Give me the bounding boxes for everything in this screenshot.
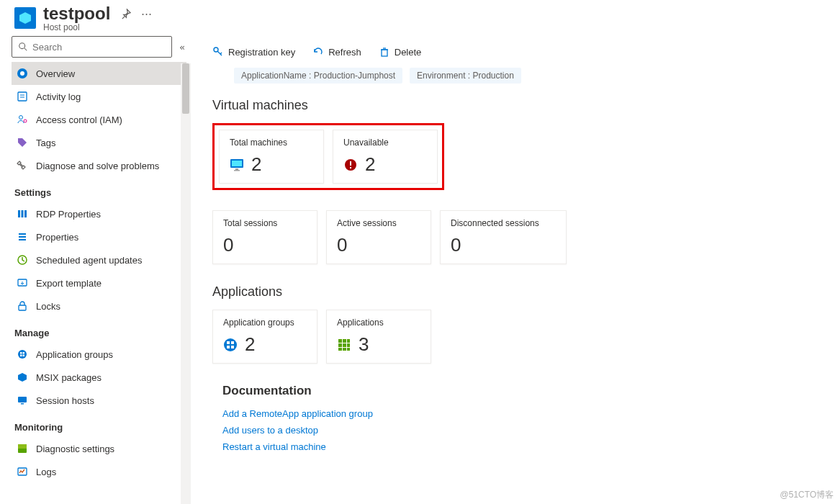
- search-input[interactable]: [32, 42, 166, 53]
- svg-rect-45: [343, 339, 346, 343]
- monitor-icon: [230, 158, 244, 172]
- card-label: Total sessions: [223, 218, 307, 228]
- card-applications[interactable]: Applications 3: [326, 310, 431, 364]
- lock-icon: [16, 300, 29, 312]
- svg-rect-37: [350, 161, 351, 166]
- svg-rect-52: [347, 348, 350, 351]
- sidebar-item-label: Locks: [36, 301, 60, 312]
- sidebar-item-label: RDP Properties: [36, 209, 101, 220]
- search-box[interactable]: [12, 36, 172, 58]
- sidebar-menu: Overview Activity log Access control (IA…: [12, 62, 188, 501]
- toolbar-label: Registration key: [228, 47, 295, 58]
- section-title-apps: Applications: [212, 284, 838, 300]
- svg-rect-34: [235, 168, 238, 170]
- sidebar-item-diagnostic-settings[interactable]: Diagnostic settings: [12, 437, 186, 460]
- sidebar-item-label: Scheduled agent updates: [36, 255, 142, 266]
- sidebar-item-properties[interactable]: Properties: [12, 225, 186, 248]
- svg-rect-33: [232, 161, 242, 166]
- collapse-icon[interactable]: «: [176, 42, 188, 53]
- svg-rect-24: [21, 403, 24, 405]
- sidebar-item-overview[interactable]: Overview: [12, 62, 186, 85]
- key-icon: [212, 46, 224, 58]
- sidebar-item-label: Export template: [36, 278, 102, 289]
- content-pane: Registration key Refresh Delete Applicat…: [191, 36, 838, 504]
- svg-rect-29: [382, 50, 387, 56]
- sidebar-item-scheduled-updates[interactable]: Scheduled agent updates: [12, 248, 186, 271]
- svg-point-7: [19, 116, 23, 120]
- card-label: Application groups: [223, 318, 307, 328]
- svg-rect-10: [22, 210, 24, 217]
- sidebar-item-logs[interactable]: Logs: [12, 460, 186, 483]
- doc-link[interactable]: Add users to a desktop: [222, 425, 838, 436]
- error-icon: [343, 158, 358, 172]
- registration-key-button[interactable]: Registration key: [212, 46, 295, 58]
- sidebar-item-label: Diagnostic settings: [36, 444, 114, 454]
- svg-rect-26: [18, 444, 27, 449]
- svg-rect-42: [227, 346, 230, 348]
- access-control-icon: [16, 114, 29, 125]
- grid-green-icon: [337, 338, 351, 352]
- card-total-sessions[interactable]: Total sessions 0: [212, 210, 317, 264]
- sidebar-item-label: Access control (IAM): [36, 114, 122, 125]
- scrollbar-thumb[interactable]: [182, 63, 189, 114]
- grid-blue-icon: [223, 338, 238, 352]
- rdp-icon: [16, 208, 29, 220]
- tags-icon: [16, 137, 29, 148]
- sidebar-item-rdp-properties[interactable]: RDP Properties: [12, 202, 186, 225]
- card-value: 0: [337, 234, 420, 256]
- card-value: 2: [251, 153, 261, 176]
- sidebar-item-label: Properties: [36, 232, 78, 243]
- svg-rect-40: [227, 341, 230, 344]
- refresh-button[interactable]: Refresh: [312, 46, 361, 58]
- card-value: 2: [245, 333, 255, 356]
- delete-button[interactable]: Delete: [379, 46, 422, 58]
- tag-chip[interactable]: ApplicationName : Production-Jumphost: [234, 68, 402, 84]
- sidebar-item-tags[interactable]: Tags: [12, 131, 186, 154]
- card-label: Total machines: [230, 138, 313, 148]
- svg-rect-35: [234, 170, 240, 171]
- sidebar-item-msix-packages[interactable]: MSIX packages: [12, 366, 186, 389]
- sidebar-item-session-hosts[interactable]: Session hosts: [12, 389, 186, 412]
- card-value: 3: [359, 333, 369, 356]
- sidebar-item-access-control[interactable]: Access control (IAM): [12, 108, 186, 131]
- pin-icon[interactable]: [120, 9, 131, 19]
- svg-rect-48: [343, 343, 346, 347]
- sidebar-item-diagnose[interactable]: Diagnose and solve problems: [12, 154, 186, 177]
- card-active-sessions[interactable]: Active sessions 0: [326, 210, 431, 264]
- tag-chip[interactable]: Environment : Production: [410, 68, 521, 84]
- card-value: 0: [451, 234, 556, 256]
- toolbar-label: Delete: [395, 47, 422, 58]
- svg-rect-11: [24, 210, 27, 217]
- export-icon: [16, 277, 29, 289]
- svg-rect-38: [350, 167, 351, 168]
- svg-point-0: [19, 43, 25, 49]
- svg-rect-44: [338, 339, 342, 343]
- sidebar-item-label: Application groups: [36, 349, 113, 360]
- card-label: Disconnected sessions: [451, 218, 556, 228]
- doc-link[interactable]: Restart a virtual machine: [222, 441, 838, 452]
- resource-type-label: Host pool: [43, 22, 152, 32]
- card-application-groups[interactable]: Application groups 2: [212, 310, 317, 364]
- section-title-doc: Documentation: [222, 384, 838, 398]
- session-hosts-icon: [16, 395, 29, 406]
- sidebar-scrollbar[interactable]: [181, 63, 191, 504]
- svg-rect-9: [18, 210, 20, 217]
- apps-cards: Application groups 2 Applications 3: [212, 310, 838, 364]
- sidebar-item-label: Logs: [36, 467, 56, 477]
- card-disconnected-sessions[interactable]: Disconnected sessions 0: [440, 210, 567, 264]
- sidebar-item-application-groups[interactable]: Application groups: [12, 343, 186, 366]
- svg-point-8: [24, 120, 27, 122]
- sidebar: « Overview Activity log Access control (…: [0, 36, 191, 504]
- svg-rect-22: [23, 355, 25, 357]
- sidebar-item-activity-log[interactable]: Activity log: [12, 85, 186, 108]
- doc-link[interactable]: Add a RemoteApp application group: [222, 408, 838, 419]
- more-icon[interactable]: ⋯: [141, 7, 152, 20]
- card-total-machines[interactable]: Total machines 2: [219, 130, 324, 184]
- card-label: Applications: [337, 318, 420, 328]
- svg-rect-19: [20, 352, 22, 354]
- card-value: 2: [365, 153, 375, 176]
- sidebar-item-locks[interactable]: Locks: [12, 294, 186, 318]
- sidebar-item-export-template[interactable]: Export template: [12, 271, 186, 294]
- card-unavailable[interactable]: Unavailable 2: [333, 130, 438, 184]
- svg-rect-21: [20, 355, 22, 357]
